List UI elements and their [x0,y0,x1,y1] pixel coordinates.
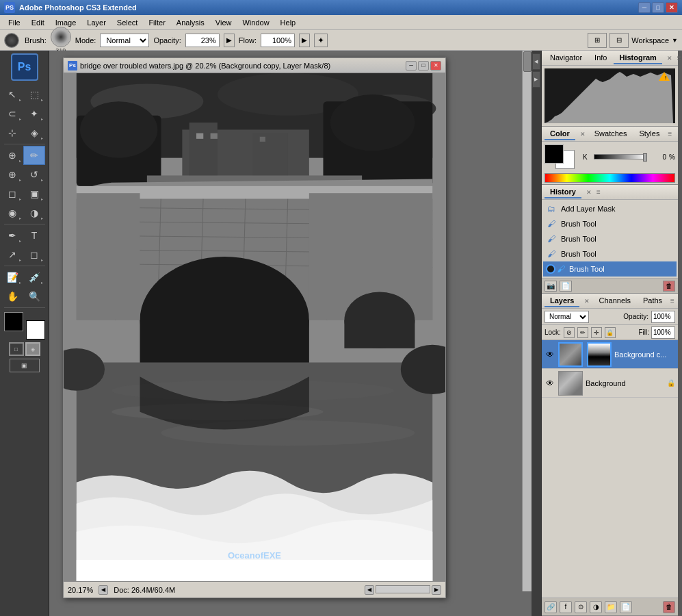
menu-help[interactable]: Help [275,17,302,28]
heal-tool[interactable]: ⊕▸ [1,146,23,165]
mode-select[interactable]: Normal Dissolve Multiply Screen [100,34,149,47]
new-layer-btn[interactable]: 📄 [620,601,632,613]
scroll-right-btn[interactable]: ▶ [432,585,441,595]
quick-mask-btn[interactable]: ◈ [25,342,40,356]
lock-position-btn[interactable]: ✛ [591,327,602,338]
histogram-panel-close[interactable]: ✕ [665,55,674,62]
canvas-content[interactable]: OceanofEXE [64,73,445,581]
hand-tool[interactable]: ✋ [1,287,23,306]
zoom-tool[interactable]: 🔍 [23,287,45,306]
color-spectrum[interactable] [545,173,675,183]
history-panel-close[interactable]: ✕ [584,189,594,196]
history-item-brush4[interactable]: 🖌 Brush Tool [543,261,677,277]
tab-history[interactable]: History [545,186,581,198]
path-select-tool[interactable]: ↗▸ [1,245,23,264]
zoom-out-btn[interactable]: ◀ [99,585,108,595]
scroll-left-btn[interactable]: ◀ [365,585,374,595]
opacity-value-input[interactable] [651,311,675,323]
history-snapshot-btn[interactable]: 📷 [545,281,557,292]
airbrush-toggle[interactable]: ✦ [314,34,328,47]
layer-visibility-bg-copy[interactable]: 👁 [545,349,555,360]
opacity-input[interactable] [185,34,220,47]
lock-all-btn[interactable]: 🔒 [605,327,616,338]
history-item-brush1[interactable]: 🖌 Brush Tool [543,216,677,231]
layer-item-bg-copy[interactable]: 👁 Background c... [542,340,678,369]
magic-wand-tool[interactable]: ✦▸ [23,104,45,123]
layers-panel-close[interactable]: ✕ [582,298,592,305]
screen-mode-btn[interactable]: ▣ [10,359,40,372]
tab-navigator[interactable]: Navigator [545,52,588,64]
shape-tool[interactable]: ◻▸ [23,245,45,264]
k-slider-track[interactable] [594,154,646,159]
layer-visibility-bg[interactable]: 👁 [545,378,555,389]
history-delete-btn[interactable]: 🗑 [663,281,675,292]
close-button[interactable]: ✕ [666,2,678,13]
crop-tool[interactable]: ⊹ [1,123,23,142]
minimize-button[interactable]: ─ [638,2,651,13]
clone-stamp-tool[interactable]: ⊕▸ [1,165,23,184]
brush-selector[interactable]: 319 [51,27,71,54]
workspace-icon2[interactable]: ⊟ [609,33,629,48]
doc-minimize-btn[interactable]: ─ [406,61,417,70]
color-panel-menu[interactable]: ≡ [666,130,673,138]
blend-mode-select[interactable]: Normal Dissolve Multiply [545,311,589,323]
expand-panels-btn[interactable]: ▶ [532,71,540,88]
doc-maximize-btn[interactable]: □ [418,61,429,70]
tab-paths[interactable]: Paths [638,295,668,307]
layer-style-btn[interactable]: f [560,601,572,613]
pen-tool[interactable]: ✒▸ [1,226,23,245]
menu-edit[interactable]: Edit [26,17,50,28]
foreground-color-box[interactable] [545,144,564,164]
tab-info[interactable]: Info [589,52,612,64]
flow-arrow[interactable]: ▶ [299,34,310,47]
dodge-tool[interactable]: ◑▸ [23,203,45,222]
history-item-add-mask[interactable]: 🗂 Add Layer Mask [543,201,677,216]
type-tool[interactable]: T [23,226,45,245]
tab-swatches[interactable]: Swatches [589,128,633,140]
opacity-arrow[interactable]: ▶ [224,34,235,47]
menu-file[interactable]: File [3,17,26,28]
tab-histogram[interactable]: Histogram [614,52,661,64]
eraser-tool[interactable]: ◻▸ [1,184,23,203]
lock-transparent-btn[interactable]: ⊘ [564,327,575,338]
histogram-panel-menu[interactable]: ≡ [676,54,682,62]
tab-layers[interactable]: Layers [545,295,579,307]
menu-layer[interactable]: Layer [81,17,112,28]
eyedropper-tool[interactable]: ◈▸ [23,123,45,142]
history-brush-tool[interactable]: ↺▸ [23,165,45,184]
workspace-icon1[interactable]: ⊞ [588,33,607,48]
background-color-swatch[interactable] [26,320,45,339]
blur-tool[interactable]: ◉▸ [1,203,23,222]
layer-item-background[interactable]: 👁 Background 🔒 [542,369,678,398]
notes-tool[interactable]: 📝▸ [1,268,23,287]
menu-analysis[interactable]: Analysis [171,17,210,28]
add-mask-btn[interactable]: ⊙ [575,601,587,613]
delete-layer-btn[interactable]: 🗑 [663,601,675,613]
history-item-brush2[interactable]: 🖌 Brush Tool [543,231,677,246]
layers-panel-menu[interactable]: ≡ [669,297,676,305]
fill-value-input[interactable] [651,326,675,339]
eyedropper2-tool[interactable]: 💉▸ [23,268,45,287]
new-adj-layer-btn[interactable]: ◑ [590,601,602,613]
canvas-vscroll-thumb[interactable] [523,51,532,72]
link-layers-btn[interactable]: 🔗 [545,601,557,613]
standard-mode-btn[interactable]: □ [9,342,24,356]
flow-input[interactable] [261,34,295,47]
k-slider-thumb[interactable] [643,153,647,162]
maximize-button[interactable]: □ [652,2,664,13]
move-tool[interactable]: ↖▸ [1,85,23,104]
workspace-arrow[interactable]: ▼ [672,37,678,44]
history-panel-menu[interactable]: ≡ [595,188,602,196]
menu-window[interactable]: Window [237,17,274,28]
doc-close-btn[interactable]: ✕ [430,61,441,70]
lasso-tool[interactable]: ⊂▸ [1,104,23,123]
tab-channels[interactable]: Channels [593,295,635,307]
marquee-tool[interactable]: ⬚▸ [23,85,45,104]
menu-view[interactable]: View [210,17,237,28]
gradient-tool[interactable]: ▣▸ [23,184,45,203]
foreground-color-swatch[interactable] [4,312,23,331]
color-panel-close[interactable]: ✕ [578,131,588,138]
lock-image-btn[interactable]: ✏ [577,327,588,338]
new-group-btn[interactable]: 📁 [605,601,617,613]
horizontal-scrollbar[interactable] [376,585,430,593]
